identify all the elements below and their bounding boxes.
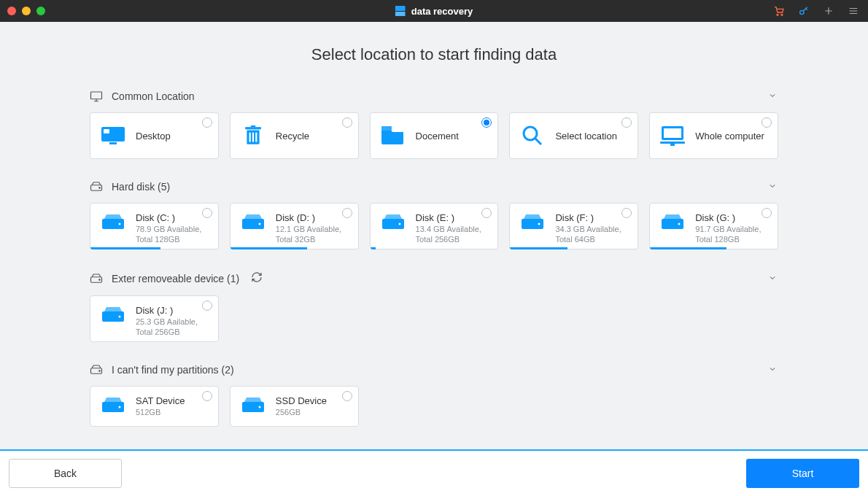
disk-sub: 34.3 GB Available, Total 64GB (555, 225, 627, 245)
title-right-actions (773, 5, 859, 17)
disk-icon (90, 365, 103, 375)
external-cards: Disk (J: ) 25.3 GB Aailable, Total 256GB (90, 295, 778, 342)
radio-icon[interactable] (342, 391, 352, 401)
card-disk-e[interactable]: Disk (E: ) 13.4 GB Available, Total 256G… (370, 203, 499, 249)
svg-point-24 (119, 223, 121, 225)
card-document[interactable]: Docement (370, 112, 499, 159)
usage-bar (90, 247, 160, 249)
card-select-location[interactable]: Select location (509, 112, 638, 159)
partition-cards: SAT Device 512GB SSD Device 256GB (90, 386, 778, 427)
usage-bar (650, 247, 726, 249)
svg-point-36 (119, 316, 121, 318)
card-label: Select location (555, 131, 617, 142)
footer: Back Start (0, 451, 868, 496)
radio-icon[interactable] (202, 208, 212, 218)
radio-icon[interactable] (202, 391, 212, 401)
svg-rect-11 (251, 125, 255, 127)
card-label: Recycle (276, 131, 309, 142)
usage-bar (371, 247, 376, 249)
radio-icon[interactable] (762, 208, 772, 218)
page-title: Select location to start finding data (0, 45, 868, 64)
svg-rect-12 (249, 133, 250, 142)
start-button[interactable]: Start (746, 459, 859, 488)
radio-icon[interactable] (762, 117, 772, 128)
svg-point-3 (781, 14, 783, 15)
main-content: Common Location Desktop Recycle Docement (90, 85, 778, 427)
svg-point-22 (99, 187, 101, 189)
radio-icon[interactable] (202, 301, 212, 311)
usage-bar (510, 247, 567, 249)
radio-icon[interactable] (621, 117, 632, 128)
radio-icon[interactable] (202, 117, 212, 128)
section-header-harddisk[interactable]: Hard disk (5) (90, 175, 778, 198)
section-header-external[interactable]: Exter removeable device (1) (90, 266, 778, 291)
chevron-down-icon (768, 273, 777, 284)
card-desktop[interactable]: Desktop (90, 112, 219, 159)
drive-icon (101, 395, 125, 416)
refresh-icon[interactable] (251, 271, 263, 285)
radio-icon[interactable] (621, 208, 632, 218)
disk-name: Disk (F: ) (555, 212, 627, 223)
disk-name: Disk (E: ) (416, 212, 488, 223)
chevron-down-icon (768, 181, 777, 193)
disk-icon (90, 182, 103, 192)
card-label: Docement (416, 131, 459, 142)
svg-rect-1 (395, 12, 406, 16)
disk-sub: 512GB (136, 408, 185, 418)
drive-icon (101, 212, 125, 233)
svg-rect-0 (395, 6, 406, 11)
cart-icon[interactable] (773, 5, 785, 17)
maximize-window-button[interactable] (36, 7, 45, 15)
menu-icon[interactable] (848, 5, 859, 17)
app-title: data recovery (395, 6, 473, 17)
desktop-icon (101, 125, 125, 146)
drive-icon (660, 212, 685, 233)
window-controls (7, 7, 45, 15)
drive-icon (381, 212, 406, 233)
app-logo-icon (395, 6, 406, 16)
card-disk-j[interactable]: Disk (J: ) 25.3 GB Aailable, Total 256GB (90, 295, 219, 342)
disk-sub: 12.1 GB Available, Total 32GB (276, 225, 348, 245)
section-title: Common Location (112, 90, 195, 102)
card-disk-f[interactable]: Disk (F: ) 34.3 GB Available, Total 64GB (509, 203, 638, 249)
svg-rect-18 (664, 128, 681, 138)
computer-icon (660, 125, 685, 146)
card-sat-device[interactable]: SAT Device 512GB (90, 386, 219, 427)
svg-rect-10 (245, 127, 261, 129)
minimize-window-button[interactable] (22, 7, 31, 15)
card-label: Whole computer (695, 131, 764, 142)
section-header-common[interactable]: Common Location (90, 85, 778, 108)
svg-point-32 (678, 223, 681, 225)
svg-point-42 (258, 406, 260, 408)
svg-rect-13 (252, 133, 254, 142)
card-disk-g[interactable]: Disk (G: ) 91.7 GB Available, Total 128G… (649, 203, 778, 249)
back-button[interactable]: Back (9, 459, 122, 488)
radio-icon[interactable] (481, 117, 492, 128)
card-recycle[interactable]: Recycle (230, 112, 359, 159)
svg-point-40 (119, 406, 121, 408)
section-header-partitions[interactable]: I can't find my partitions (2) (90, 358, 778, 381)
usage-bar (230, 247, 307, 249)
radio-icon[interactable] (342, 208, 352, 218)
drive-icon (520, 212, 545, 233)
trash-icon (241, 125, 266, 146)
radio-icon[interactable] (342, 117, 352, 128)
svg-point-16 (524, 127, 537, 140)
card-disk-d[interactable]: Disk (D: ) 12.1 GB Available, Total 32GB (230, 203, 359, 249)
drive-icon (241, 395, 266, 416)
common-location-cards: Desktop Recycle Docement Select location (90, 112, 778, 159)
radio-icon[interactable] (481, 208, 492, 218)
card-whole-computer[interactable]: Whole computer (649, 112, 778, 159)
disk-name: SAT Device (136, 395, 185, 406)
close-window-button[interactable] (7, 7, 16, 15)
disk-name: Disk (G: ) (695, 212, 767, 223)
key-icon[interactable] (798, 5, 810, 17)
plus-icon[interactable] (823, 5, 834, 17)
svg-rect-19 (660, 142, 685, 144)
disk-name: Disk (J: ) (136, 305, 208, 316)
svg-point-30 (538, 223, 540, 225)
card-disk-c[interactable]: Disk (C: ) 78.9 GB Available, Total 128G… (90, 203, 219, 249)
disk-sub: 91.7 GB Available, Total 128GB (695, 225, 767, 245)
card-ssd-device[interactable]: SSD Device 256GB (230, 386, 359, 427)
svg-rect-5 (91, 92, 102, 99)
